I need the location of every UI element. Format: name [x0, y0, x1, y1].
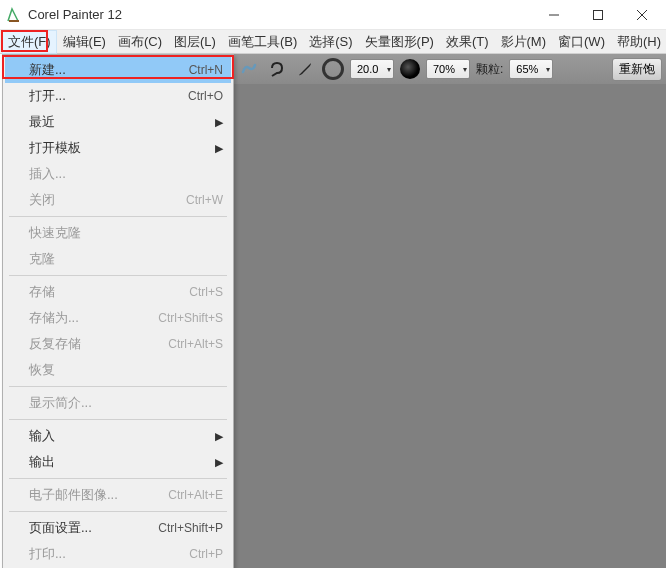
menu-item[interactable]: 最近▶ — [5, 109, 231, 135]
menu-item[interactable]: 页面设置...Ctrl+Shift+P — [5, 515, 231, 541]
menu-item: 显示简介... — [5, 390, 231, 416]
canvas-area — [234, 84, 666, 568]
menu-canvas[interactable]: 画布(C) — [112, 30, 168, 54]
menu-item-label: 新建... — [29, 61, 189, 79]
grain-value: 65% — [516, 63, 544, 75]
dropdown-arrow-icon: ▾ — [387, 65, 391, 74]
menu-item[interactable]: 输出▶ — [5, 449, 231, 475]
menu-separator — [9, 478, 227, 479]
dropdown-arrow-icon: ▾ — [463, 65, 467, 74]
close-button[interactable] — [620, 0, 664, 30]
menu-item: 克隆 — [5, 246, 231, 272]
menu-item-label: 显示简介... — [29, 394, 223, 412]
window-title: Corel Painter 12 — [28, 7, 532, 22]
menu-item-shortcut: Ctrl+W — [186, 193, 223, 207]
grain-label: 颗粒: — [476, 61, 503, 78]
menu-item-label: 打开模板 — [29, 139, 223, 157]
menu-movie[interactable]: 影片(M) — [495, 30, 553, 54]
dropdown-arrow-icon: ▾ — [546, 65, 550, 74]
opacity-dot-icon[interactable] — [400, 59, 420, 79]
menu-item-label: 电子邮件图像... — [29, 486, 168, 504]
menubar: 文件(F) 编辑(E) 画布(C) 图层(L) 画笔工具(B) 选择(S) 矢量… — [0, 30, 666, 54]
menu-item-shortcut: Ctrl+Alt+E — [168, 488, 223, 502]
menu-separator — [9, 511, 227, 512]
ring-icon[interactable] — [322, 58, 344, 80]
size-value: 20.0 — [357, 63, 385, 75]
menu-separator — [9, 216, 227, 217]
menu-help[interactable]: 帮助(H) — [611, 30, 666, 54]
menu-effects[interactable]: 效果(T) — [440, 30, 495, 54]
menu-window[interactable]: 窗口(W) — [552, 30, 611, 54]
menu-item: 存储Ctrl+S — [5, 279, 231, 305]
menu-item-shortcut: Ctrl+Shift+S — [158, 311, 223, 325]
menu-item-label: 插入... — [29, 165, 223, 183]
menu-item: 打印...Ctrl+P — [5, 541, 231, 567]
refill-button[interactable]: 重新饱 — [612, 58, 662, 81]
file-menu-dropdown: 新建...Ctrl+N打开...Ctrl+O最近▶打开模板▶插入...关闭Ctr… — [2, 54, 234, 568]
grain-input[interactable]: 65%▾ — [509, 59, 553, 79]
menu-item-label: 打印... — [29, 545, 189, 563]
menu-item[interactable]: 打开模板▶ — [5, 135, 231, 161]
menu-item-shortcut: Ctrl+S — [189, 285, 223, 299]
menu-item-label: 反复存储 — [29, 335, 168, 353]
opacity-value: 70% — [433, 63, 461, 75]
opacity-input[interactable]: 70%▾ — [426, 59, 470, 79]
submenu-arrow-icon: ▶ — [215, 142, 223, 155]
menu-select[interactable]: 选择(S) — [303, 30, 358, 54]
menu-item[interactable]: 新建...Ctrl+N — [5, 57, 231, 83]
menu-separator — [9, 275, 227, 276]
menu-item[interactable]: 打开...Ctrl+O — [5, 83, 231, 109]
menu-item[interactable]: 输入▶ — [5, 423, 231, 449]
menu-item-shortcut: Ctrl+Shift+P — [158, 521, 223, 535]
swirl-icon[interactable] — [238, 58, 260, 80]
titlebar: Corel Painter 12 — [0, 0, 666, 30]
menu-item-label: 打开... — [29, 87, 188, 105]
menu-item: 插入... — [5, 161, 231, 187]
app-icon — [6, 7, 22, 23]
menu-item-label: 输出 — [29, 453, 223, 471]
menu-item-label: 克隆 — [29, 250, 223, 268]
menu-item-label: 存储 — [29, 283, 189, 301]
menu-item-label: 页面设置... — [29, 519, 158, 537]
menu-edit[interactable]: 编辑(E) — [57, 30, 112, 54]
lasso-icon[interactable] — [266, 58, 288, 80]
menu-item-label: 存储为... — [29, 309, 158, 327]
menu-item-shortcut: Ctrl+N — [189, 63, 223, 77]
minimize-button[interactable] — [532, 0, 576, 30]
menu-item-shortcut: Ctrl+P — [189, 547, 223, 561]
menu-item: 关闭Ctrl+W — [5, 187, 231, 213]
submenu-arrow-icon: ▶ — [215, 116, 223, 129]
menu-item: 快速克隆 — [5, 220, 231, 246]
window-controls — [532, 0, 664, 30]
menu-file[interactable]: 文件(F) — [2, 30, 57, 54]
menu-separator — [9, 386, 227, 387]
menu-layers[interactable]: 图层(L) — [168, 30, 222, 54]
menu-item-label: 恢复 — [29, 361, 223, 379]
menu-item: 电子邮件图像...Ctrl+Alt+E — [5, 482, 231, 508]
svg-rect-1 — [594, 10, 603, 19]
menu-item: 反复存储Ctrl+Alt+S — [5, 331, 231, 357]
menu-item-label: 最近 — [29, 113, 223, 131]
menu-item-label: 快速克隆 — [29, 224, 223, 242]
menu-separator — [9, 419, 227, 420]
menu-item-shortcut: Ctrl+O — [188, 89, 223, 103]
submenu-arrow-icon: ▶ — [215, 456, 223, 469]
menu-brushes[interactable]: 画笔工具(B) — [222, 30, 303, 54]
brush-toolbar: 20.0▾ 70%▾ 颗粒: 65%▾ 重新饱 — [234, 54, 666, 84]
menu-item: 存储为...Ctrl+Shift+S — [5, 305, 231, 331]
menu-item-label: 关闭 — [29, 191, 186, 209]
maximize-button[interactable] — [576, 0, 620, 30]
menu-item-shortcut: Ctrl+Alt+S — [168, 337, 223, 351]
menu-item: 恢复 — [5, 357, 231, 383]
menu-shapes[interactable]: 矢量图形(P) — [359, 30, 440, 54]
menu-item-label: 输入 — [29, 427, 223, 445]
brush-icon[interactable] — [294, 58, 316, 80]
size-input[interactable]: 20.0▾ — [350, 59, 394, 79]
submenu-arrow-icon: ▶ — [215, 430, 223, 443]
